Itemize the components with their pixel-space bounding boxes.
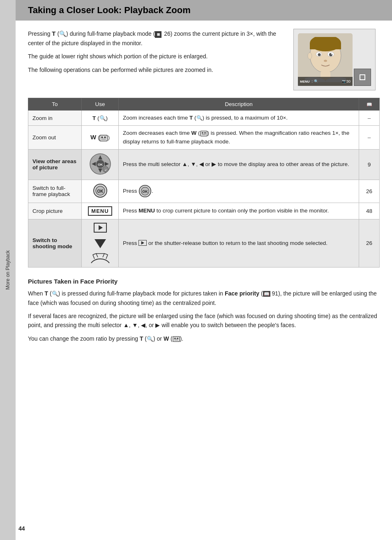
cell-to-crop: Crop picture [28, 203, 82, 219]
intro-text: Pressing T (🔍) during full-frame playbac… [28, 29, 285, 90]
w-key: W [90, 134, 96, 141]
table-header-row: To Use Description 📖 [28, 98, 380, 111]
intro-para2: The guide at lower right shows which por… [28, 52, 285, 61]
cell-to-fullframe: Switch to full-frame playback [28, 180, 82, 203]
svg-point-8 [324, 60, 327, 62]
svg-text:OK: OK [97, 189, 104, 193]
svg-rect-18 [201, 132, 203, 134]
cell-desc-zoom-in: Zoom increases each time T (🔍) is presse… [119, 111, 359, 126]
main-content: Taking a Closer Look: Playback Zoom Pres… [16, 0, 392, 360]
guide-inner [360, 74, 365, 80]
cell-use-zoom-in: T (🔍) [82, 111, 119, 126]
camera-ui-bar: MENU : 🔍 📷30 [298, 77, 353, 86]
page-title: Taking a Closer Look: Playback Zoom [28, 5, 380, 16]
svg-point-7 [318, 53, 321, 56]
cell-use-zoom-out: W () [82, 126, 119, 150]
intro-para3: The following operations can be performe… [28, 65, 285, 74]
table-row: Crop picture MENU Press MENU to crop cur… [28, 203, 380, 219]
cell-to-zoom-in: Zoom in [28, 111, 82, 126]
cell-desc-shooting: Press or the shutter-release button to r… [119, 219, 359, 267]
cell-use-crop: MENU [82, 203, 119, 219]
section-header: Taking a Closer Look: Playback Zoom [16, 0, 392, 21]
bottom-section: Pictures Taken in Face Priority When T (… [28, 278, 380, 344]
cell-desc-zoom-out: Zoom decreases each time W () is pressed… [119, 126, 359, 150]
cell-to-shooting: Switch to shooting mode [28, 219, 82, 267]
svg-rect-14 [101, 136, 103, 138]
header-to: To [28, 98, 82, 111]
cell-to-view-areas: View other areas of picture [28, 149, 82, 180]
t-button-label: T [52, 30, 55, 37]
face-priority-para2: If several faces are recognized, the pic… [28, 312, 380, 330]
svg-rect-15 [104, 136, 106, 138]
face-priority-heading: Pictures Taken in Face Priority [28, 278, 380, 285]
operations-table: To Use Description 📖 Zoom in T (🔍) Zoom … [28, 98, 380, 268]
intro-para1: Pressing T (🔍) during full-frame playbac… [28, 29, 285, 48]
svg-rect-41 [174, 338, 175, 339]
play-triangle [97, 224, 104, 231]
header-description: Description [119, 98, 359, 111]
header-use: Use [82, 98, 119, 111]
zoom-q-icon: 🔍 [99, 115, 106, 121]
cell-ref-shooting: 26 [359, 219, 380, 267]
svg-point-5 [331, 53, 332, 55]
thumbnail-icon-desc [200, 131, 208, 136]
cell-use-shooting [82, 219, 119, 267]
svg-marker-36 [99, 225, 103, 230]
camera-preview: MENU : 🔍 📷30 [293, 29, 380, 90]
frame-count: 📷30 [342, 79, 350, 83]
svg-rect-2 [310, 43, 341, 49]
svg-rect-17 [201, 131, 207, 136]
svg-point-9 [308, 53, 312, 59]
thumbnail-icon [99, 135, 108, 141]
cell-desc-fullframe: Press OK. [119, 180, 359, 203]
cell-use-view-areas: OK ✔ [82, 149, 119, 180]
shooting-mode-icons [86, 223, 114, 264]
menu-key-icon: MENU [88, 206, 112, 216]
play-btn-inline [138, 240, 147, 246]
sidebar-label: More on Playback [5, 250, 11, 290]
intro-section: Pressing T (🔍) during full-frame playbac… [28, 29, 380, 90]
cell-ref-crop: 48 [359, 203, 380, 219]
svg-rect-40 [173, 337, 180, 342]
table-row: Zoom out W () Zoom decreases each time W… [28, 126, 380, 150]
cell-ref-view-areas: 9 [359, 149, 380, 180]
svg-rect-13 [100, 135, 107, 141]
camera-illustration: MENU : 🔍 📷30 [293, 29, 376, 90]
cell-ref-fullframe: 26 [359, 180, 380, 203]
sidebar: More on Playback [0, 0, 16, 540]
guide-box [354, 69, 371, 86]
cell-to-zoom-out: Zoom out [28, 126, 82, 150]
face-priority-para1: When T (🔍) is pressed during full-frame … [28, 289, 380, 307]
svg-rect-43 [174, 339, 178, 341]
menu-indicator: MENU [300, 80, 310, 83]
zoom-symbol: 🔍 [59, 30, 66, 37]
ok-icon-inline: OK [138, 185, 152, 198]
ok-button-icon: OK [93, 183, 108, 198]
table-row: Switch to full-frame playback OK Press O… [28, 180, 380, 203]
table-row: Switch to shooting mode [28, 219, 380, 267]
svg-rect-19 [204, 132, 205, 134]
svg-rect-42 [177, 338, 178, 339]
multi-selector-icon: OK ✔ [89, 153, 111, 175]
table-row: View other areas of picture [28, 149, 380, 180]
t-key: T [92, 115, 96, 121]
table-row: Zoom in T (🔍) Zoom increases each time T… [28, 111, 380, 126]
playback-button-icon [94, 223, 107, 233]
zoom-indicator: : 🔍 [312, 79, 318, 83]
svg-rect-16 [101, 138, 106, 140]
cell-use-fullframe: OK [82, 180, 119, 203]
cell-ref-zoom-in: – [359, 111, 380, 126]
svg-marker-37 [95, 239, 106, 248]
svg-text:✔: ✔ [104, 168, 106, 171]
shutter-icon [90, 252, 110, 264]
header-ref: 📖 [359, 98, 380, 111]
cell-desc-crop: Press MENU to crop current picture to co… [119, 203, 359, 219]
face-priority-para3: You can change the zoom ratio by pressin… [28, 334, 380, 344]
cell-desc-view-areas: Press the multi selector ▲, ▼, ◀ or ▶ to… [119, 149, 359, 180]
face-svg [305, 37, 346, 82]
cell-ref-zoom-out: – [359, 126, 380, 150]
svg-text:OK: OK [98, 163, 103, 166]
ref-icon: 🔲 [155, 31, 161, 38]
svg-text:OK: OK [143, 189, 148, 194]
svg-marker-39 [141, 241, 145, 244]
